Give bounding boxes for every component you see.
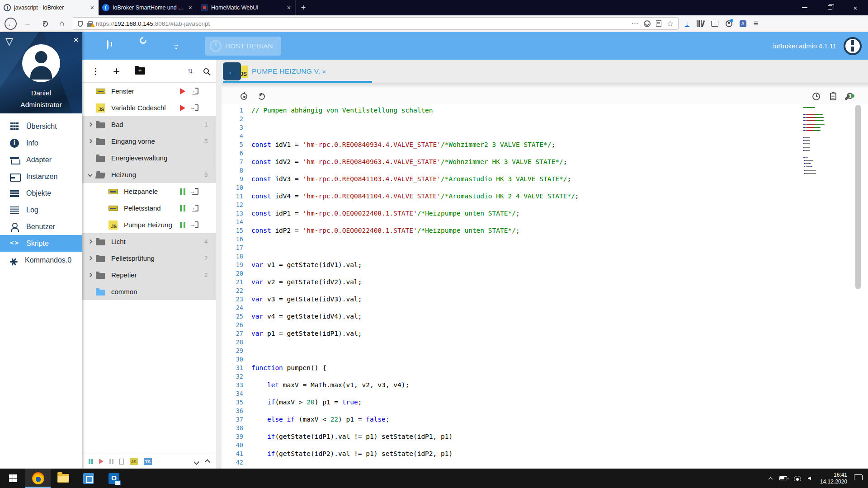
taskbar-firefox[interactable]	[25, 469, 51, 488]
library-icon[interactable]	[697, 20, 704, 27]
tray-clock[interactable]: 16:41 14.12.2020	[820, 472, 847, 485]
tray-expand-icon[interactable]	[769, 476, 773, 480]
volume-icon[interactable]	[808, 477, 811, 480]
pocket-icon[interactable]	[644, 20, 651, 27]
expert-wrench-icon[interactable]	[141, 41, 152, 52]
tree-row-energieverwaltung[interactable]: Energieverwaltung	[82, 150, 216, 166]
sidebar-item-adapter[interactable]: Adapter	[0, 151, 82, 168]
battery-icon[interactable]	[779, 476, 787, 480]
sidebar-item-skripte[interactable]: Skripte	[0, 235, 82, 252]
tree-row-pelletspr-fung[interactable]: Pelletsprüfung2	[82, 250, 216, 267]
pause-all-icon[interactable]	[89, 459, 93, 464]
back-button[interactable]: ←	[5, 18, 17, 30]
file-icon[interactable]	[119, 459, 124, 465]
tree-row-fenster[interactable]: Fenster	[82, 83, 216, 99]
bookmark-star-icon[interactable]: ☆	[667, 19, 674, 28]
tree-row-heizpanele[interactable]: Heizpanele	[82, 183, 216, 200]
clipboard-icon[interactable]	[830, 93, 836, 100]
sidebar-item-benutzer[interactable]: Benutzer	[0, 218, 82, 235]
expand-all-icon[interactable]	[194, 459, 199, 464]
pause-script-icon[interactable]	[180, 188, 185, 195]
tracking-shield-icon[interactable]	[78, 21, 83, 27]
stop-all-icon[interactable]	[109, 459, 114, 464]
downloads-icon[interactable]: ↓	[685, 20, 689, 27]
start-all-icon[interactable]	[99, 459, 104, 464]
sidebar-close-icon[interactable]: ×	[73, 35, 79, 45]
taskbar-outlook[interactable]	[101, 469, 127, 488]
cron-clock-icon[interactable]	[812, 93, 820, 100]
forward-button[interactable]: →	[21, 17, 34, 30]
sidebar-item--bersicht[interactable]: Übersicht	[0, 118, 82, 135]
open-in-editor-icon[interactable]	[192, 221, 198, 228]
editor-scrollbar[interactable]	[855, 105, 861, 289]
page-actions-icon[interactable]: ⋯	[632, 19, 638, 28]
url-bar[interactable]: https://192.168.0.145:8081/#tab-javascri…	[73, 17, 679, 30]
tree-row-bad[interactable]: Bad1	[82, 116, 216, 133]
close-button[interactable]: ×	[843, 0, 868, 15]
account-icon[interactable]	[726, 20, 732, 27]
tree-row-pelletsstand[interactable]: Pelletsstand	[82, 200, 216, 216]
tree-row-common[interactable]: common	[82, 283, 216, 300]
translate-icon[interactable]: A	[740, 20, 746, 27]
editor-tab-close-icon[interactable]: ×	[322, 68, 326, 75]
home-button[interactable]: ⌂	[56, 17, 68, 30]
add-folder-button[interactable]	[135, 67, 156, 75]
open-script-wrap[interactable]	[192, 104, 204, 111]
editor-tab[interactable]: ← JS PUMPE HEIZUNG V. ×	[223, 62, 326, 81]
code-area[interactable]: 1// Pumpen abhängig von Ventilstellung s…	[222, 104, 868, 466]
browser-tab-0[interactable]: javascript - ioBroker×	[0, 0, 99, 15]
tree-chevron[interactable]	[82, 257, 96, 260]
tree-chevron[interactable]	[82, 273, 96, 277]
host-selector-button[interactable]: HOST DEBIAN	[205, 37, 281, 56]
taskbar-package-app[interactable]	[76, 469, 101, 488]
open-script-wrap[interactable]	[192, 188, 204, 195]
open-in-editor-icon[interactable]	[192, 205, 198, 211]
tab-close-icon[interactable]: ×	[286, 4, 292, 11]
add-script-button[interactable]: +	[113, 64, 135, 78]
tree-chevron[interactable]	[82, 140, 96, 143]
tab-close-icon[interactable]: ×	[90, 4, 95, 11]
start-script-icon[interactable]	[180, 105, 185, 111]
restore-button[interactable]	[817, 0, 843, 15]
pause-script-icon[interactable]	[180, 222, 185, 228]
view-icon[interactable]	[107, 41, 118, 52]
open-script-wrap[interactable]	[192, 221, 204, 228]
menu-icon[interactable]: ≡	[754, 19, 759, 28]
start-script-icon[interactable]	[180, 88, 185, 94]
sidebar-item-log[interactable]: Log	[0, 202, 82, 218]
browser-tab-1[interactable]: fIoBroker SmartHome und IoT |×	[99, 0, 197, 15]
sidebar-item-info[interactable]: Info	[0, 135, 82, 151]
avatar[interactable]	[22, 44, 60, 82]
open-in-editor-icon[interactable]	[192, 88, 198, 94]
tree-chevron[interactable]	[82, 173, 96, 176]
tree-menu-button[interactable]: ⋮	[91, 66, 113, 76]
network-icon[interactable]	[794, 476, 801, 481]
locate-icon[interactable]	[241, 93, 247, 100]
action-center-icon[interactable]: 2	[854, 474, 863, 482]
browser-tab-2[interactable]: HomeMatic WebUI×	[197, 0, 296, 15]
open-script-wrap[interactable]	[192, 88, 204, 94]
ts-filter-badge[interactable]: TS	[144, 458, 152, 465]
tree-row-eingang-vorne[interactable]: Eingang vorne5	[82, 133, 216, 150]
panel-splitter[interactable]	[216, 60, 222, 469]
sidebar-item-kommandos-0[interactable]: Kommandos.0	[0, 252, 82, 268]
tree-row-variable-codeschl[interactable]: JSVariable Codeschl	[82, 99, 216, 116]
refresh-icon[interactable]	[257, 92, 265, 100]
tree-row-licht[interactable]: Licht4	[82, 233, 216, 250]
sort-button[interactable]: ↑↓	[187, 67, 192, 75]
back-arrow-icon[interactable]: ←	[223, 62, 241, 80]
tree-row-heizung[interactable]: Heizung3	[82, 166, 216, 183]
search-icon[interactable]	[203, 68, 209, 74]
minimize-button[interactable]	[792, 0, 817, 15]
tree-chevron[interactable]	[82, 123, 96, 126]
new-tab-button[interactable]: +	[296, 0, 311, 15]
js-filter-badge[interactable]: JS	[130, 458, 138, 465]
insecure-lock-icon[interactable]	[87, 23, 92, 27]
sidebar-item-instanzen[interactable]: Instanzen	[0, 168, 82, 185]
open-script-wrap[interactable]	[192, 205, 204, 211]
pause-script-icon[interactable]	[180, 205, 185, 211]
settings-wrench-icon[interactable]	[844, 94, 850, 100]
collapse-all-icon[interactable]	[205, 459, 210, 464]
start-button[interactable]	[0, 469, 25, 488]
tree-row-repetier[interactable]: Repetier2	[82, 267, 216, 283]
